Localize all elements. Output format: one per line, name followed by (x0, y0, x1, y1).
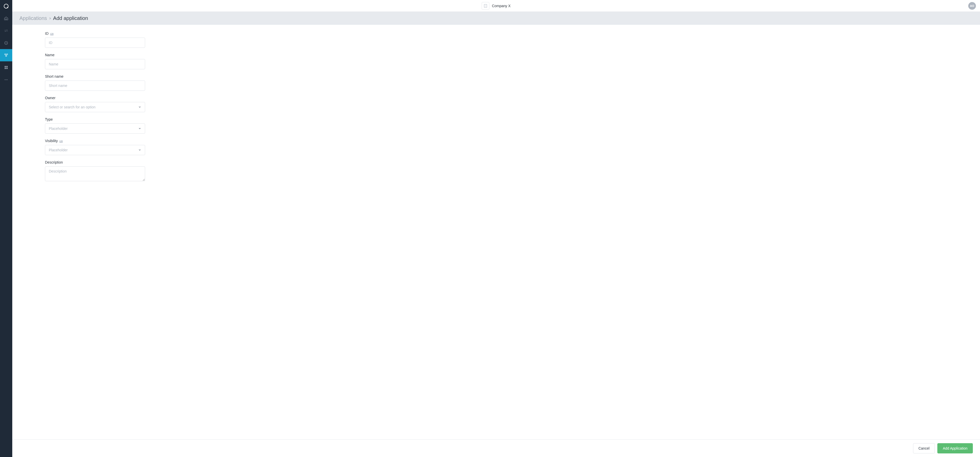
breadcrumb-band: Applications Add application (12, 12, 980, 25)
visibility-label: Visibility (45, 139, 58, 143)
building-icon (482, 2, 489, 10)
svg-rect-15 (51, 33, 52, 34)
svg-point-11 (6, 80, 6, 80)
name-label: Name (45, 53, 54, 57)
app-logo[interactable] (0, 0, 12, 12)
sidebar-item-applications[interactable] (0, 49, 12, 61)
help-icon[interactable] (50, 32, 54, 35)
type-select[interactable]: Placeholder (45, 123, 145, 134)
breadcrumb: Applications Add application (19, 15, 973, 21)
sidebar-item-home[interactable] (0, 12, 12, 24)
sidebar-item-target[interactable] (0, 37, 12, 49)
cancel-button[interactable]: Cancel (913, 443, 935, 454)
short-name-input[interactable] (45, 81, 145, 91)
field-id: ID (45, 32, 145, 48)
sidebar-item-more[interactable] (0, 73, 12, 86)
add-application-button[interactable]: Add Application (937, 443, 973, 454)
field-owner: Owner Select or search for an option (45, 96, 145, 112)
name-input[interactable] (45, 59, 145, 69)
svg-point-10 (5, 80, 5, 80)
type-placeholder: Placeholder (49, 126, 68, 131)
owner-label: Owner (45, 96, 56, 100)
owner-placeholder: Select or search for an option (49, 105, 95, 109)
type-label: Type (45, 117, 52, 121)
sidebar (0, 0, 12, 457)
svg-rect-17 (60, 141, 61, 141)
svg-rect-9 (6, 68, 8, 69)
chevron-down-icon (138, 148, 141, 152)
svg-rect-13 (484, 4, 487, 7)
field-description: Description (45, 160, 145, 182)
description-textarea[interactable] (45, 166, 145, 181)
svg-point-12 (7, 80, 7, 80)
short-name-label: Short name (45, 74, 64, 78)
visibility-placeholder: Placeholder (49, 148, 68, 152)
form-footer: Cancel Add Application (12, 439, 980, 457)
svg-rect-6 (5, 66, 6, 67)
chevron-right-icon (49, 16, 51, 21)
help-icon[interactable] (59, 140, 63, 142)
field-visibility: Visibility Placeholder (45, 139, 145, 155)
sidebar-item-dashboard[interactable] (0, 61, 12, 73)
svg-rect-7 (6, 66, 8, 67)
chevron-down-icon (138, 105, 141, 109)
chevron-down-icon (138, 126, 141, 131)
svg-rect-8 (5, 68, 6, 69)
avatar[interactable]: AO (968, 2, 976, 10)
field-type: Type Placeholder (45, 117, 145, 134)
main-area: Company X AO Applications Add applicatio… (12, 0, 980, 457)
field-name: Name (45, 53, 145, 69)
svg-rect-14 (50, 33, 53, 35)
company-switcher[interactable]: Company X (482, 2, 511, 10)
id-input[interactable] (45, 38, 145, 48)
sidebar-item-transfers[interactable] (0, 24, 12, 37)
id-label: ID (45, 32, 49, 35)
visibility-select[interactable]: Placeholder (45, 145, 145, 155)
content-area: ID Name Short name (12, 25, 980, 439)
page-title: Add application (53, 15, 88, 21)
topbar: Company X AO (12, 0, 980, 12)
breadcrumb-parent[interactable]: Applications (19, 15, 47, 21)
company-name: Company X (492, 4, 511, 8)
svg-point-5 (6, 56, 7, 57)
description-label: Description (45, 160, 63, 164)
svg-rect-16 (59, 140, 63, 143)
owner-select[interactable]: Select or search for an option (45, 102, 145, 112)
svg-point-2 (6, 43, 6, 43)
add-application-form: ID Name Short name (45, 32, 145, 182)
field-short-name: Short name (45, 74, 145, 91)
